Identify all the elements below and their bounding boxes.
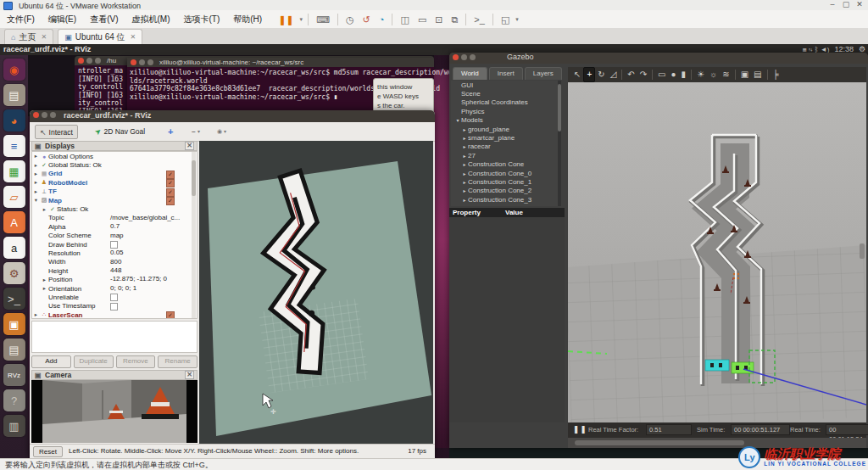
checkbox-checked[interactable]: ✓ [166,311,175,319]
fullscreen-icon[interactable]: ⊡ [431,12,447,27]
minimize-icon[interactable] [42,112,47,118]
expand-icon[interactable]: ▸ [32,171,40,177]
launcher-ubuntu-software-icon[interactable]: A [3,211,25,233]
launcher-amazon-icon[interactable]: a [3,237,25,259]
sun-icon[interactable]: ☀ [694,68,707,81]
gazebo-tree-scrollbar[interactable] [558,81,561,206]
launcher-gazebo-app-icon[interactable]: ▣ [3,313,25,335]
close-icon[interactable] [131,59,136,65]
gazebo-tree-ground-plane[interactable]: ▸ground_plane [451,125,561,133]
duplicate-button[interactable]: Duplicate [74,355,114,368]
display-row-unreliable[interactable]: Unreliable [32,293,197,301]
tab-item[interactable]: ⌂主页✕ [4,29,53,44]
display-row-height[interactable]: Height448 [32,266,197,275]
display-row-width[interactable]: Width800 [32,258,197,266]
launcher-libreoffice-calc-icon[interactable]: ▦ [3,160,25,182]
menu-h[interactable]: 帮助(H) [226,11,269,28]
launcher-system-settings-icon[interactable]: ⚙ [3,262,25,284]
console-view-icon[interactable]: ▭ [414,12,431,27]
row-value[interactable]: 0.7 [110,222,120,230]
menu-f[interactable]: 文件(F) [0,11,42,28]
gazebo-tree-construction-cone-2[interactable]: ▸Construction Cone_2 [451,187,561,195]
minimize-icon[interactable] [461,54,467,60]
launcher-files-icon[interactable]: ▤ [3,84,25,106]
close-icon[interactable] [453,54,459,60]
menu-v[interactable]: 查看(V) [83,11,125,28]
expand-icon[interactable]: ▸ [32,311,40,318]
sim-pause-button[interactable]: ❚❚ [573,425,587,434]
maximize-icon[interactable]: ▢ [839,0,853,8]
expand-icon[interactable]: ▸ [32,179,40,186]
add-button[interactable]: Add [31,355,71,368]
gazebo-window[interactable]: Gazebo WorldInsertLayers GUISceneSpheric… [449,53,868,448]
launcher-dash-icon[interactable]: ◉ [3,59,25,81]
expand-icon[interactable]: ▸ [32,162,40,169]
expand-icon[interactable]: ▸ [41,285,48,292]
gazebo-tree-scene[interactable]: Scene [451,89,561,98]
menu-m[interactable]: 虚拟机(M) [125,11,176,28]
gazebo-tree-construction-cone-0[interactable]: ▸Construction Cone_0 [451,169,561,177]
display-row-position[interactable]: ▸Position-12.875; -11.275; 0 [32,275,197,283]
row-value[interactable]: 800 [110,258,121,266]
library-panel-icon[interactable]: ◫ [396,12,413,27]
minimize-icon[interactable] [139,59,145,65]
add-tool-button[interactable]: + [164,125,177,137]
revert-snapshot-icon[interactable]: ↺ [359,12,375,27]
gazebo-3d-viewport[interactable] [568,82,866,422]
tab-ubuntu-64[interactable]: ▣Ubuntu 64 位✕ [58,29,142,44]
spot-light-icon[interactable]: ≋ [720,68,732,81]
translate-tool-icon[interactable]: + [583,67,595,82]
display-row-orientation[interactable]: ▸Orientation0; 0; 0; 1 [32,284,197,293]
maximize-icon[interactable] [50,112,56,118]
display-row-topic[interactable]: Topic/move_base/global_c... [32,214,197,222]
launcher-rviz-app-icon[interactable]: RVz [3,364,25,386]
display-row-use-timestamp[interactable]: Use Timestamp [32,302,197,311]
paste-icon[interactable]: ▤ [751,68,764,81]
display-row-robotmodel[interactable]: ▸♟RobotModel✓ [32,178,197,187]
sphere-icon[interactable]: ● [669,68,679,81]
display-row-draw-behind[interactable]: Draw Behind [32,240,197,249]
expand-icon[interactable]: ▸ [41,277,48,283]
stretch-guest-icon[interactable]: ◱ [497,12,514,27]
camera-panel-header[interactable]: ▣ Camera ✕ [31,370,198,380]
expand-icon[interactable]: ▸ [32,153,40,159]
minimize-icon[interactable]: – [826,0,839,8]
rename-button[interactable]: Rename [158,355,198,368]
launcher-libreoffice-impress-icon[interactable]: ▱ [3,186,25,208]
console-icon[interactable]: >_ [470,12,489,27]
display-row-resolution[interactable]: Resolution0.05 [32,249,197,257]
point-light-icon[interactable]: ☼ [707,68,720,81]
pause-button[interactable]: ❚❚ [274,12,298,27]
maximize-icon[interactable] [147,59,153,65]
gazebo-tree-physics[interactable]: Physics [451,107,561,115]
gazebo-tab-world[interactable]: World [453,67,487,80]
close-icon[interactable] [33,112,39,118]
copy-icon[interactable]: ▣ [738,68,751,81]
row-value[interactable]: 0.05 [110,249,124,256]
row-value[interactable]: map [110,232,124,239]
launcher-archive-icon[interactable]: ▤ [3,339,25,361]
box-icon[interactable]: ▭ [655,68,668,81]
gazebo-tree-27[interactable]: ▸27 [451,151,561,159]
undo-icon[interactable]: ↶ [625,68,637,81]
close-icon[interactable] [78,58,84,64]
close-icon[interactable]: ✕ [41,33,47,41]
maximize-icon[interactable] [95,58,101,64]
redo-icon[interactable]: ↷ [637,68,649,81]
scale-tool-icon[interactable]: ◿ [608,68,620,81]
remove-tool-button[interactable]: −▾ [187,125,204,137]
snapshot-icon[interactable]: ◷ [342,12,359,27]
expand-icon[interactable]: ▸ [32,188,40,195]
launcher-unknown-app-icon[interactable]: ? [3,389,25,411]
row-value[interactable]: 0; 0; 0; 1 [110,284,136,292]
display-row-status-ok[interactable]: ▸✓Status: Ok [32,204,197,213]
close-icon[interactable]: ✕ [131,33,136,41]
display-row-grid[interactable]: ▸▦Grid✓ [32,170,197,178]
cylinder-icon[interactable]: ▮ [679,68,689,81]
minimize-icon[interactable] [86,58,92,64]
gazebo-tree-construction-cone-1[interactable]: ▸Construction Cone_1 [451,177,561,186]
display-row-map[interactable]: ▾▨Map✓ [32,196,197,204]
ctrl-alt-del-icon[interactable]: ⌨ [312,12,334,27]
close-icon[interactable]: ✕ [185,142,194,150]
gazebo-tree-construction-cone-3[interactable]: ▸Construction Cone_3 [451,195,561,204]
